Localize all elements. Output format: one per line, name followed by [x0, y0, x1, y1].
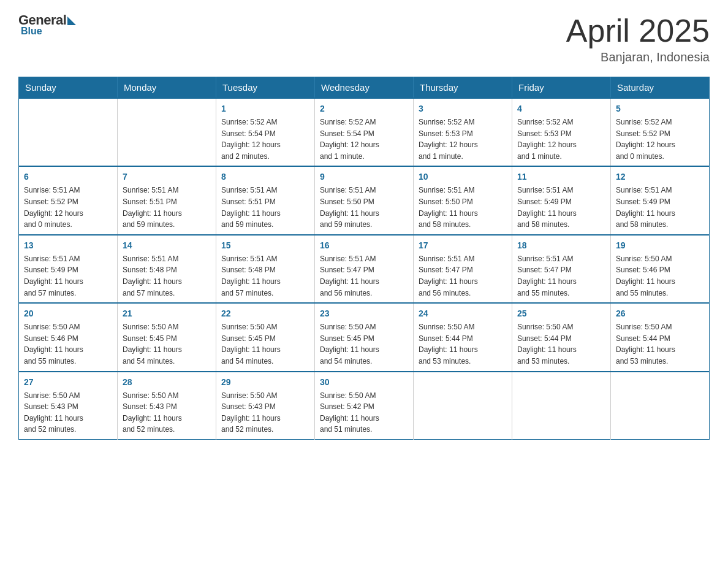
day-number: 18: [517, 239, 605, 252]
day-number: 4: [517, 102, 605, 115]
calendar-cell: 15Sunrise: 5:51 AMSunset: 5:48 PMDayligh…: [216, 235, 315, 303]
calendar-cell: 24Sunrise: 5:50 AMSunset: 5:44 PMDayligh…: [414, 303, 512, 371]
day-info: Sunrise: 5:52 AMSunset: 5:53 PMDaylight:…: [419, 117, 507, 162]
day-number: 16: [320, 239, 408, 252]
calendar-cell: 2Sunrise: 5:52 AMSunset: 5:54 PMDaylight…: [315, 98, 414, 166]
day-info: Sunrise: 5:51 AMSunset: 5:51 PMDaylight:…: [221, 185, 309, 230]
calendar-cell: 21Sunrise: 5:50 AMSunset: 5:45 PMDayligh…: [118, 303, 216, 371]
day-info: Sunrise: 5:51 AMSunset: 5:47 PMDaylight:…: [419, 253, 507, 299]
day-number: 21: [123, 307, 211, 320]
calendar-cell: [414, 372, 512, 440]
calendar-cell: 16Sunrise: 5:51 AMSunset: 5:47 PMDayligh…: [315, 235, 414, 303]
day-number: 30: [320, 376, 408, 389]
day-info: Sunrise: 5:50 AMSunset: 5:43 PMDaylight:…: [24, 390, 112, 435]
day-info: Sunrise: 5:51 AMSunset: 5:52 PMDaylight:…: [24, 185, 112, 230]
day-info: Sunrise: 5:51 AMSunset: 5:49 PMDaylight:…: [517, 185, 605, 230]
calendar-cell: 18Sunrise: 5:51 AMSunset: 5:47 PMDayligh…: [512, 235, 611, 303]
calendar-week-2: 6Sunrise: 5:51 AMSunset: 5:52 PMDaylight…: [19, 166, 710, 234]
header-day-saturday: Saturday: [611, 77, 710, 99]
day-number: 14: [123, 239, 211, 252]
day-number: 22: [221, 307, 309, 320]
calendar-cell: 1Sunrise: 5:52 AMSunset: 5:54 PMDaylight…: [216, 98, 315, 166]
calendar-body: 1Sunrise: 5:52 AMSunset: 5:54 PMDaylight…: [19, 98, 710, 439]
day-info: Sunrise: 5:50 AMSunset: 5:45 PMDaylight:…: [221, 321, 309, 367]
day-info: Sunrise: 5:52 AMSunset: 5:52 PMDaylight:…: [616, 117, 704, 162]
day-info: Sunrise: 5:51 AMSunset: 5:49 PMDaylight:…: [24, 253, 112, 299]
header-day-wednesday: Wednesday: [315, 77, 414, 99]
day-number: 11: [517, 170, 605, 183]
day-info: Sunrise: 5:50 AMSunset: 5:46 PMDaylight:…: [24, 321, 112, 367]
day-info: Sunrise: 5:52 AMSunset: 5:53 PMDaylight:…: [517, 117, 605, 162]
calendar-cell: 29Sunrise: 5:50 AMSunset: 5:43 PMDayligh…: [216, 372, 315, 440]
day-info: Sunrise: 5:50 AMSunset: 5:42 PMDaylight:…: [320, 390, 408, 435]
day-number: 13: [24, 239, 112, 252]
header-day-monday: Monday: [118, 77, 216, 99]
calendar-cell: 3Sunrise: 5:52 AMSunset: 5:53 PMDaylight…: [414, 98, 512, 166]
calendar-table: SundayMondayTuesdayWednesdayThursdayFrid…: [18, 77, 710, 440]
calendar-cell: [118, 98, 216, 166]
day-number: 17: [419, 239, 507, 252]
day-number: 10: [419, 170, 507, 183]
day-number: 15: [221, 239, 309, 252]
calendar-cell: 5Sunrise: 5:52 AMSunset: 5:52 PMDaylight…: [611, 98, 710, 166]
month-title: April 2025: [566, 12, 710, 49]
logo-triangle-icon: [67, 17, 76, 25]
day-number: 1: [221, 102, 309, 115]
calendar-cell: [512, 372, 611, 440]
calendar-cell: 14Sunrise: 5:51 AMSunset: 5:48 PMDayligh…: [118, 235, 216, 303]
calendar-week-1: 1Sunrise: 5:52 AMSunset: 5:54 PMDaylight…: [19, 98, 710, 166]
calendar-cell: 23Sunrise: 5:50 AMSunset: 5:45 PMDayligh…: [315, 303, 414, 371]
day-number: 19: [616, 239, 704, 252]
calendar-cell: [611, 372, 710, 440]
header-day-sunday: Sunday: [19, 77, 118, 99]
day-number: 25: [517, 307, 605, 320]
header-day-tuesday: Tuesday: [216, 77, 315, 99]
calendar-week-5: 27Sunrise: 5:50 AMSunset: 5:43 PMDayligh…: [19, 372, 710, 440]
calendar-cell: 17Sunrise: 5:51 AMSunset: 5:47 PMDayligh…: [414, 235, 512, 303]
day-info: Sunrise: 5:51 AMSunset: 5:47 PMDaylight:…: [517, 253, 605, 299]
day-number: 28: [123, 376, 211, 389]
header-day-thursday: Thursday: [414, 77, 512, 99]
calendar-cell: 13Sunrise: 5:51 AMSunset: 5:49 PMDayligh…: [19, 235, 118, 303]
logo: General Blue: [18, 12, 76, 37]
day-number: 12: [616, 170, 704, 183]
calendar-cell: 12Sunrise: 5:51 AMSunset: 5:49 PMDayligh…: [611, 166, 710, 234]
day-number: 3: [419, 102, 507, 115]
day-number: 7: [123, 170, 211, 183]
day-number: 8: [221, 170, 309, 183]
day-info: Sunrise: 5:50 AMSunset: 5:45 PMDaylight:…: [320, 321, 408, 367]
day-number: 29: [221, 376, 309, 389]
calendar-cell: 8Sunrise: 5:51 AMSunset: 5:51 PMDaylight…: [216, 166, 315, 234]
calendar-header: SundayMondayTuesdayWednesdayThursdayFrid…: [19, 77, 710, 99]
day-info: Sunrise: 5:50 AMSunset: 5:45 PMDaylight:…: [123, 321, 211, 367]
calendar-cell: 6Sunrise: 5:51 AMSunset: 5:52 PMDaylight…: [19, 166, 118, 234]
day-info: Sunrise: 5:50 AMSunset: 5:46 PMDaylight:…: [616, 253, 704, 299]
day-info: Sunrise: 5:50 AMSunset: 5:44 PMDaylight:…: [616, 321, 704, 367]
day-info: Sunrise: 5:52 AMSunset: 5:54 PMDaylight:…: [221, 117, 309, 162]
day-info: Sunrise: 5:51 AMSunset: 5:48 PMDaylight:…: [123, 253, 211, 299]
day-info: Sunrise: 5:51 AMSunset: 5:49 PMDaylight:…: [616, 185, 704, 230]
header-row: SundayMondayTuesdayWednesdayThursdayFrid…: [19, 77, 710, 99]
day-number: 23: [320, 307, 408, 320]
day-info: Sunrise: 5:50 AMSunset: 5:44 PMDaylight:…: [517, 321, 605, 367]
calendar-week-4: 20Sunrise: 5:50 AMSunset: 5:46 PMDayligh…: [19, 303, 710, 371]
day-number: 2: [320, 102, 408, 115]
calendar-cell: 7Sunrise: 5:51 AMSunset: 5:51 PMDaylight…: [118, 166, 216, 234]
day-number: 20: [24, 307, 112, 320]
calendar-cell: 9Sunrise: 5:51 AMSunset: 5:50 PMDaylight…: [315, 166, 414, 234]
calendar-cell: 22Sunrise: 5:50 AMSunset: 5:45 PMDayligh…: [216, 303, 315, 371]
day-info: Sunrise: 5:51 AMSunset: 5:50 PMDaylight:…: [320, 185, 408, 230]
calendar-cell: 10Sunrise: 5:51 AMSunset: 5:50 PMDayligh…: [414, 166, 512, 234]
calendar-cell: 28Sunrise: 5:50 AMSunset: 5:43 PMDayligh…: [118, 372, 216, 440]
day-info: Sunrise: 5:51 AMSunset: 5:51 PMDaylight:…: [123, 185, 211, 230]
calendar-cell: 19Sunrise: 5:50 AMSunset: 5:46 PMDayligh…: [611, 235, 710, 303]
calendar-cell: 26Sunrise: 5:50 AMSunset: 5:44 PMDayligh…: [611, 303, 710, 371]
day-number: 9: [320, 170, 408, 183]
day-info: Sunrise: 5:50 AMSunset: 5:44 PMDaylight:…: [419, 321, 507, 367]
day-number: 26: [616, 307, 704, 320]
calendar-cell: [19, 98, 118, 166]
day-info: Sunrise: 5:51 AMSunset: 5:48 PMDaylight:…: [221, 253, 309, 299]
day-info: Sunrise: 5:50 AMSunset: 5:43 PMDaylight:…: [221, 390, 309, 435]
day-number: 6: [24, 170, 112, 183]
day-info: Sunrise: 5:51 AMSunset: 5:50 PMDaylight:…: [419, 185, 507, 230]
